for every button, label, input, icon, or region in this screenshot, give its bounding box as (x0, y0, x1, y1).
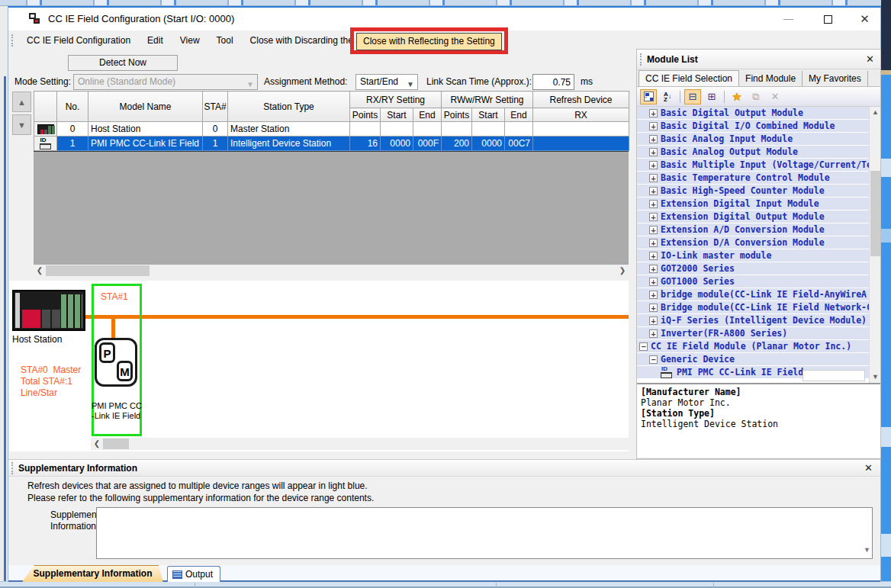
move-row-up-button[interactable]: ▲ (12, 92, 31, 112)
menu-edit[interactable]: Edit (139, 32, 172, 49)
window-title: CC IE Field Configuration (Start I/O: 00… (48, 13, 234, 24)
tab-my-favorites[interactable]: My Favorites (803, 71, 868, 86)
tree-item[interactable]: +GOT2000 Series (637, 262, 880, 275)
assignment-method-label: Assignment Method: (264, 76, 347, 87)
move-row-down-button[interactable]: ▼ (12, 114, 31, 135)
assignment-method-dropdown[interactable]: Start/End ▼ (355, 74, 418, 90)
station-type-label: [Station Type] (641, 408, 877, 419)
network-config-icon (28, 13, 40, 25)
scroll-down-icon[interactable]: ▼ (870, 371, 880, 383)
col-sta: STA# (203, 92, 228, 122)
diagram-horizontal-scrollbar[interactable]: ❮ (91, 438, 629, 450)
cell-type: Master Station (228, 122, 350, 137)
tree-item[interactable]: +Basic Multiple Input (Voltage/Current/T… (637, 159, 880, 172)
delete-favorite-button[interactable]: ✕ (767, 89, 783, 104)
minimize-button[interactable]: — (771, 8, 806, 31)
module-list-header[interactable]: Module List ✕ (637, 50, 880, 69)
inline-edit-box[interactable] (803, 370, 865, 381)
link-scan-time-input[interactable] (532, 74, 574, 90)
cell-model: PMI PMC CC-Link IE Field (88, 137, 203, 151)
red-annotation-box: Close with Reflecting the Setting (350, 27, 508, 54)
tree-item[interactable]: +Basic Analog Input Module (637, 133, 880, 146)
tree-item-generic-device[interactable]: −Generic Device (637, 353, 880, 366)
table-row-host-station[interactable]: 0 Host Station 0 Master Station (34, 122, 629, 137)
cell-rww-points (442, 122, 472, 137)
sort-az-button[interactable]: AZ↓ (659, 89, 676, 104)
mode-setting-dropdown[interactable]: Online (Standard Mode) ▼ (73, 74, 258, 90)
module-list-scrollbar[interactable]: ▲ ▼ (869, 107, 880, 383)
tree-item[interactable]: +Basic High-Speed Counter Module (637, 185, 880, 198)
module-list-tabs: CC IE Field Selection Find Module My Fav… (637, 69, 880, 87)
tree-item[interactable]: +Basic Analog Output Module (637, 146, 880, 159)
add-favorite-button[interactable]: ⧉ (748, 89, 764, 104)
tree-item[interactable]: +Basic Digital Output Module (637, 107, 880, 120)
tree-item-cc-ie-field-module[interactable]: −CC IE Field Module (Planar Motor Inc.) (637, 340, 880, 353)
menu-cc-ie-field-configuration[interactable]: CC IE Field Configuration (18, 32, 139, 49)
group-refresh-device: Refresh Device (533, 92, 629, 108)
field-scroll-icon[interactable]: ▼ (864, 546, 870, 554)
tree-item[interactable]: +Basic Temperature Control Module (637, 172, 880, 185)
cell-sta: 1 (203, 137, 228, 151)
background-statusbar-sliver (0, 581, 891, 588)
favorite-star-button[interactable]: ★ (729, 89, 745, 104)
supplementary-field[interactable] (96, 507, 873, 559)
tree-item[interactable]: +GOT1000 Series (637, 275, 880, 288)
scrollbar-thumb[interactable] (870, 171, 880, 256)
detect-now-button[interactable]: Detect Now (68, 55, 178, 71)
close-button[interactable]: ✕ (848, 8, 882, 31)
pmi-device-icon[interactable]: P M (95, 338, 137, 387)
cell-no: 0 (57, 122, 88, 137)
cell-rxry-points (350, 122, 381, 137)
tree-item[interactable]: +IO-Link master module (637, 249, 880, 262)
supplementary-note-2: Please refer to the following supplement… (27, 493, 374, 503)
tree-item[interactable]: +Bridge module(CC-Link IE Field Network-… (637, 301, 880, 314)
host-station-label: Host Station (12, 334, 62, 345)
tab-cc-ie-field-selection[interactable]: CC IE Field Selection (638, 70, 739, 86)
background-toolbar-sliver (0, 0, 891, 6)
menu-tool[interactable]: Tool (208, 32, 242, 49)
tree-item[interactable]: +bridge module(CC-Link IE Field-AnyWireA (637, 288, 880, 301)
close-icon[interactable]: ✕ (866, 53, 874, 65)
expand-all-button[interactable]: ⊞ (703, 89, 720, 104)
tree-item[interactable]: +Extension A/D Conversion Module (637, 223, 880, 236)
col-rxry-start: Start (381, 108, 413, 122)
assignment-method-value: Start/End (360, 76, 398, 87)
menu-view[interactable]: View (172, 32, 208, 49)
link-scan-time-label: Link Scan Time (Approx.): (426, 76, 532, 87)
table-horizontal-scrollbar[interactable]: ❮ ❯ (34, 265, 629, 277)
scroll-right-icon[interactable]: ❯ (616, 265, 629, 277)
tree-item[interactable]: +Extension D/A Conversion Module (637, 236, 880, 249)
tree-item[interactable]: +Basic Digital I/O Combined Module (637, 120, 880, 133)
host-station-rack-image[interactable] (12, 290, 85, 331)
scrollbar-thumb[interactable] (46, 265, 150, 276)
tree-item[interactable]: +Inverter(FR-A800 Series) (637, 327, 880, 340)
supplementary-title: Supplementary Information (18, 463, 137, 474)
supplementary-panel-header[interactable]: Supplementary Information ✕ (8, 459, 880, 477)
tree-item[interactable]: +Extension Digital Input Module (637, 198, 880, 210)
tab-find-module[interactable]: Find Module (739, 71, 803, 86)
panel-grip (640, 53, 643, 66)
scroll-left-icon[interactable]: ❮ (91, 438, 103, 450)
maximize-button[interactable] (811, 8, 845, 31)
toolbar-grip (11, 34, 14, 47)
cell-rww-end: 00C7 (505, 137, 533, 151)
menu-close-reflecting[interactable]: Close with Reflecting the Setting (356, 33, 502, 50)
scroll-up-icon[interactable]: ▲ (870, 107, 880, 118)
scroll-left-icon[interactable]: ❮ (34, 265, 46, 277)
table-row-pmi-pmc-selected[interactable]: ID 1 PMI PMC CC-Link IE Field 1 Intellig… (34, 137, 629, 151)
letter-m-icon: M (117, 361, 133, 381)
network-trunk-line (85, 315, 629, 319)
tree-item[interactable]: +Extension Digital Output Module (637, 210, 880, 223)
collapse-all-button[interactable]: ⊟ (684, 89, 701, 104)
group-view-button[interactable] (640, 89, 657, 104)
cell-rxry-end (413, 122, 442, 137)
tree-item[interactable]: +iQ-F Series (Intelligent Device Module) (637, 314, 880, 327)
tab-output[interactable]: Output (167, 566, 220, 582)
module-tree: +Basic Digital Output Module +Basic Digi… (637, 107, 880, 383)
sta1-label: STA#1 (101, 291, 128, 302)
tab-supplementary-information[interactable]: Supplementary Information (22, 565, 163, 582)
module-list-panel: Module List ✕ CC IE Field Selection Find… (636, 49, 881, 459)
close-icon[interactable]: ✕ (864, 462, 873, 474)
scrollbar-thumb[interactable] (103, 439, 129, 449)
mode-setting-value: Online (Standard Mode) (78, 76, 175, 87)
